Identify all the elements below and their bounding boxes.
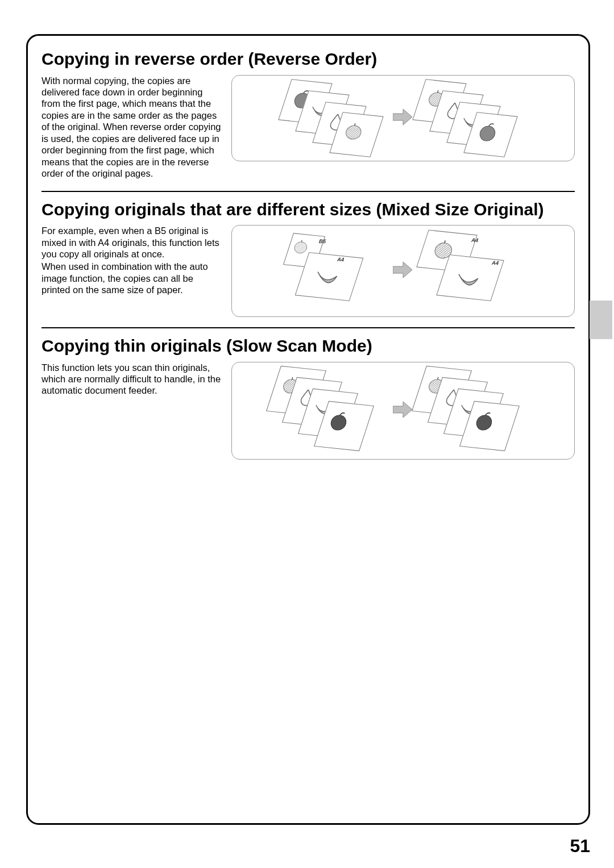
page-stack-after: A4 A4 bbox=[419, 231, 527, 311]
apple-dark-icon bbox=[473, 410, 496, 431]
banana-icon bbox=[312, 264, 340, 289]
size-label: A4 bbox=[337, 256, 344, 263]
section-description: With normal copying, the copies are deli… bbox=[42, 75, 223, 181]
page-icon bbox=[336, 114, 377, 155]
melon-icon bbox=[342, 121, 365, 141]
section-title: Copying in reverse order (Reverse Order) bbox=[42, 49, 575, 69]
section-title: Copying thin originals (Slow Scan Mode) bbox=[42, 336, 575, 356]
section-title: Copying originals that are different siz… bbox=[42, 200, 575, 220]
divider bbox=[42, 191, 575, 192]
banana-icon bbox=[453, 266, 481, 291]
thumb-tab bbox=[590, 301, 612, 339]
section-slow-scan: Copying thin originals (Slow Scan Mode) … bbox=[42, 336, 575, 460]
divider bbox=[42, 327, 575, 328]
illustration-mixed-size: B5 A4 A4 A4 bbox=[231, 225, 575, 317]
size-label: A4 bbox=[471, 237, 478, 244]
page-a4-icon bbox=[443, 257, 497, 298]
desc-text: For example, even when a B5 original is … bbox=[42, 225, 223, 260]
page-stack-before: B5 A4 bbox=[279, 231, 387, 311]
page-stack-after bbox=[419, 81, 521, 155]
page-frame: Copying in reverse order (Reverse Order)… bbox=[26, 34, 590, 825]
page-icon bbox=[467, 403, 512, 449]
desc-text: When used in combination with the auto i… bbox=[42, 261, 223, 295]
page-icon bbox=[470, 114, 511, 155]
illustration-reverse-order bbox=[231, 75, 575, 161]
desc-text: This function lets you scan thin origina… bbox=[42, 362, 223, 397]
apple-icon bbox=[476, 121, 499, 141]
section-description: This function lets you scan thin origina… bbox=[42, 362, 223, 398]
arrow-icon bbox=[393, 262, 413, 280]
arrow-icon bbox=[393, 109, 413, 127]
arrow-icon bbox=[393, 402, 413, 420]
apple-dark-icon bbox=[327, 410, 350, 431]
melon-icon bbox=[292, 239, 310, 256]
page-icon bbox=[321, 403, 367, 449]
section-body: This function lets you scan thin origina… bbox=[42, 362, 575, 460]
page-stack-before bbox=[273, 368, 387, 453]
size-label: A4 bbox=[491, 260, 499, 266]
desc-text: With normal copying, the copies are deli… bbox=[42, 75, 223, 180]
section-description: For example, even when a B5 original is … bbox=[42, 225, 223, 297]
page-stack-before bbox=[285, 81, 387, 155]
size-label: B5 bbox=[318, 238, 326, 245]
page-number: 51 bbox=[570, 836, 590, 857]
page-stack-after bbox=[419, 368, 533, 453]
section-body: With normal copying, the copies are deli… bbox=[42, 75, 575, 181]
section-reverse-order: Copying in reverse order (Reverse Order)… bbox=[42, 49, 575, 181]
section-mixed-size: Copying originals that are different siz… bbox=[42, 200, 575, 318]
page-a4-icon bbox=[302, 255, 356, 298]
section-body: For example, even when a B5 original is … bbox=[42, 225, 575, 317]
illustration-slow-scan bbox=[231, 362, 575, 460]
